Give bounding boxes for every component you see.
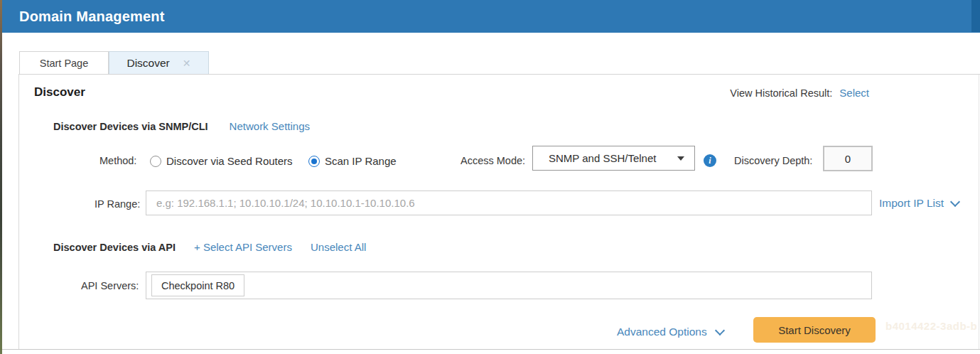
- tab-discover[interactable]: Discover ✕: [109, 51, 209, 75]
- window-title: Domain Management: [19, 0, 165, 33]
- panel-left-border: [18, 74, 19, 350]
- view-historical-result: View Historical Result: Select: [730, 87, 869, 99]
- import-ip-list-link[interactable]: Import IP List: [879, 197, 959, 210]
- domain-management-page: Domain Management Start Page Discover ✕ …: [0, 0, 980, 354]
- tab-start-page[interactable]: Start Page: [19, 51, 109, 75]
- info-icon[interactable]: i: [704, 154, 716, 167]
- panel-right-border: [979, 74, 979, 350]
- radio-scan-ip-range-label[interactable]: Scan IP Range: [325, 155, 397, 167]
- api-section-header: Discover Devices via API + Select API Se…: [53, 241, 366, 253]
- panel-top-border: [18, 74, 980, 75]
- snmp-section-header: Discover Devices via SNMP/CLI Network Se…: [53, 120, 310, 132]
- chevron-down-icon: [950, 197, 960, 207]
- api-section-title: Discover Devices via API: [53, 242, 176, 253]
- radio-seed-routers-label[interactable]: Discover via Seed Routers: [166, 155, 293, 167]
- access-mode-label: Access Mode:: [461, 155, 525, 166]
- titlebar: Domain Management: [2, 0, 980, 33]
- discovery-depth-label: Discovery Depth:: [734, 155, 812, 166]
- caret-down-icon: [677, 156, 684, 161]
- import-ip-list-label: Import IP List: [879, 197, 944, 210]
- api-servers-field[interactable]: Checkpoint R80: [146, 272, 872, 299]
- tab-start-page-label: Start Page: [40, 58, 89, 69]
- watermark-text: b4014422-3adb-b: [885, 320, 977, 332]
- desktop-wallpaper-edge: [0, 0, 2, 354]
- historical-result-label: View Historical Result:: [730, 87, 832, 99]
- unselect-all-link[interactable]: Unselect All: [311, 241, 366, 253]
- access-mode-select[interactable]: SNMP and SSH/Telnet: [532, 146, 695, 171]
- snmp-section-title: Discover Devices via SNMP/CLI: [53, 121, 208, 132]
- page-title: Discover: [34, 85, 85, 100]
- api-servers-label: API Servers:: [81, 280, 139, 291]
- advanced-options-link[interactable]: Advanced Options: [617, 326, 723, 338]
- chevron-down-icon: [715, 326, 725, 336]
- discovery-depth-input[interactable]: [823, 146, 873, 171]
- api-server-chip[interactable]: Checkpoint R80: [151, 274, 244, 296]
- select-api-servers-link[interactable]: + Select API Servers: [194, 241, 292, 253]
- panel-bottom-border: [2, 349, 980, 350]
- method-label: Method:: [99, 155, 136, 166]
- scrollbar-corner: [971, 0, 980, 32]
- historical-select-link[interactable]: Select: [839, 87, 869, 99]
- radio-discover-via-seed-routers[interactable]: [150, 156, 161, 167]
- close-icon[interactable]: ✕: [183, 58, 191, 69]
- start-discovery-button[interactable]: Start Discovery: [753, 317, 876, 343]
- radio-scan-ip-range[interactable]: [308, 156, 320, 167]
- tab-discover-label: Discover: [126, 57, 169, 70]
- ip-range-label: IP Range:: [95, 198, 140, 210]
- network-settings-link[interactable]: Network Settings: [230, 120, 310, 132]
- access-mode-value: SNMP and SSH/Telnet: [549, 152, 656, 164]
- ip-range-input[interactable]: [146, 191, 872, 215]
- advanced-options-label: Advanced Options: [617, 326, 707, 338]
